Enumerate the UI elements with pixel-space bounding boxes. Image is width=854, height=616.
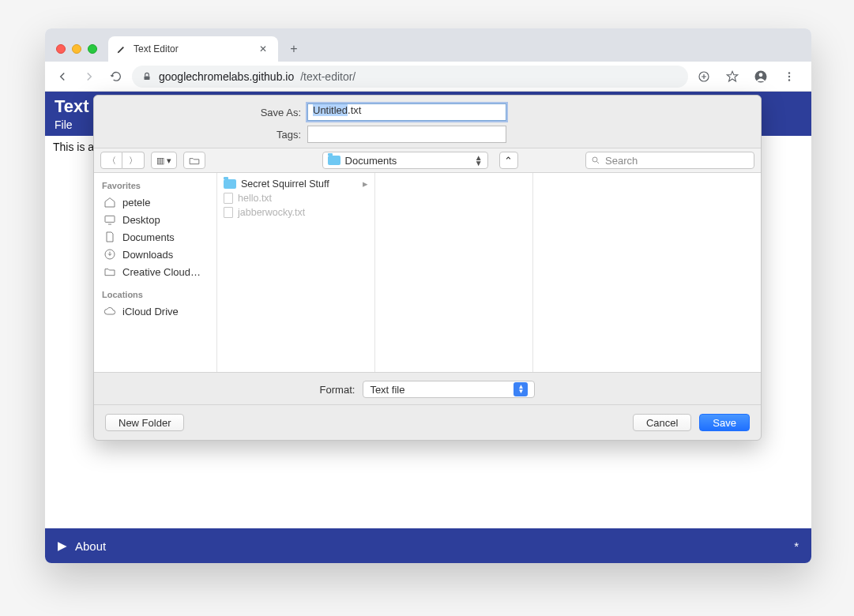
address-bar: googlechromelabs.github.io/text-editor/ [45, 62, 811, 92]
doc-icon [103, 231, 116, 243]
back-button[interactable] [51, 66, 73, 88]
modified-indicator: * [794, 539, 799, 553]
svg-point-4 [788, 72, 790, 73]
folder-icon [224, 179, 236, 189]
install-icon[interactable] [693, 66, 715, 88]
forward-button[interactable] [78, 66, 100, 88]
sidebar-locations-header: Locations [94, 287, 216, 302]
tab-title: Text Editor [134, 43, 179, 54]
profile-icon[interactable] [750, 66, 772, 88]
new-folder-button[interactable]: New Folder [105, 414, 184, 431]
format-label: Format: [320, 384, 356, 396]
sidebar-item-home[interactable]: petele [94, 193, 216, 211]
toolbar-right [693, 66, 805, 88]
dialog-header: Save As: Untitled.txt Tags: [94, 96, 761, 148]
folder-icon [103, 265, 116, 278]
sidebar-item-desktop[interactable]: Desktop [94, 211, 216, 228]
file-icon [224, 207, 233, 218]
dialog-buttons: New Folder Cancel Save [94, 405, 761, 440]
pencil-icon [116, 43, 127, 54]
desktop-icon [103, 213, 116, 226]
svg-point-5 [788, 75, 790, 77]
save-button[interactable]: Save [699, 414, 750, 431]
dropdown-arrows-icon: ▲▼ [514, 382, 528, 396]
browser-tab[interactable]: Text Editor ✕ [108, 36, 278, 62]
url-bar[interactable]: googlechromelabs.github.io/text-editor/ [132, 66, 688, 88]
dialog-toolbar: 〈 〉 ▥ ▾ Documents ▲▼ ⌃ Search [94, 148, 761, 173]
save-dialog: Save As: Untitled.txt Tags: 〈 〉 ▥ ▾ [93, 95, 762, 441]
close-tab-button[interactable]: ✕ [256, 43, 270, 54]
menu-kebab-icon[interactable] [778, 66, 800, 88]
url-host: googlechromelabs.github.io [159, 70, 294, 83]
tags-label: Tags: [105, 129, 301, 141]
collapse-button[interactable]: ⌃ [499, 152, 518, 169]
home-icon [103, 196, 116, 208]
filename-ext: .txt [348, 104, 361, 116]
file-columns: Secret Squirrel Stuff▸ hello.txt jabberw… [217, 173, 761, 372]
window-controls [56, 44, 97, 54]
nav-forward-button[interactable]: 〉 [122, 152, 145, 169]
format-value: Text file [370, 384, 404, 396]
svg-rect-0 [145, 76, 150, 80]
about-label: About [75, 539, 106, 553]
about-bar[interactable]: ▶ About * [45, 528, 811, 563]
chevron-right-icon: ▸ [363, 178, 368, 190]
tab-strip: Text Editor ✕ + [45, 28, 811, 62]
search-input[interactable]: Search [585, 152, 754, 169]
svg-rect-8 [105, 216, 115, 222]
maximize-window-button[interactable] [88, 44, 97, 54]
nav-segment: 〈 〉 [100, 152, 145, 169]
nav-back-button[interactable]: 〈 [100, 152, 122, 169]
reload-button[interactable] [105, 66, 127, 88]
bookmark-star-icon[interactable] [721, 66, 743, 88]
search-placeholder: Search [605, 155, 638, 167]
save-as-label: Save As: [105, 107, 301, 118]
filename-selected: Untitled [313, 104, 348, 116]
new-tab-button[interactable]: + [283, 38, 305, 60]
format-select[interactable]: Text file ▲▼ [363, 381, 535, 398]
browser-window: Text Editor ✕ + googlechromelabs.github.… [45, 28, 811, 563]
cancel-button[interactable]: Cancel [633, 414, 691, 431]
format-row: Format: Text file ▲▼ [94, 373, 761, 405]
lock-icon [141, 71, 152, 82]
location-popup[interactable]: Documents ▲▼ [322, 152, 488, 169]
file-column: Secret Squirrel Stuff▸ hello.txt jabberw… [217, 173, 375, 372]
downloads-icon [103, 248, 116, 261]
folder-icon [328, 156, 340, 165]
file-column-empty [533, 173, 691, 372]
svg-point-3 [759, 73, 763, 77]
sidebar-item-icloud[interactable]: iCloud Drive [94, 302, 216, 320]
minimize-window-button[interactable] [72, 44, 81, 54]
svg-point-7 [593, 157, 597, 162]
stepper-icon: ▲▼ [475, 155, 483, 166]
disclosure-triangle-icon: ▶ [58, 539, 67, 553]
location-label: Documents [345, 155, 397, 167]
sidebar-item-documents[interactable]: Documents [94, 228, 216, 246]
cloud-icon [103, 305, 116, 317]
group-button[interactable] [183, 152, 205, 169]
file-item: jabberwocky.txt [217, 205, 374, 220]
sidebar-favorites-header: Favorites [94, 178, 216, 193]
view-mode-button[interactable]: ▥ ▾ [151, 152, 177, 169]
folder-item[interactable]: Secret Squirrel Stuff▸ [217, 176, 374, 191]
dialog-body: Favorites petele Desktop Documents Downl… [94, 173, 761, 373]
close-window-button[interactable] [56, 44, 66, 54]
filename-input[interactable]: Untitled.txt [307, 103, 506, 121]
page-content: Text File This is a n ▶ About * Save As:… [45, 92, 811, 563]
sidebar-item-downloads[interactable]: Downloads [94, 246, 216, 263]
sidebar: Favorites petele Desktop Documents Downl… [94, 173, 217, 372]
search-icon [591, 156, 600, 165]
sidebar-item-creative-cloud[interactable]: Creative Cloud… [94, 263, 216, 280]
file-item: hello.txt [217, 191, 374, 205]
svg-point-6 [788, 79, 790, 81]
file-column-empty [375, 173, 533, 372]
url-path: /text-editor/ [300, 70, 356, 83]
file-icon [224, 193, 233, 204]
tags-input[interactable] [307, 126, 506, 143]
